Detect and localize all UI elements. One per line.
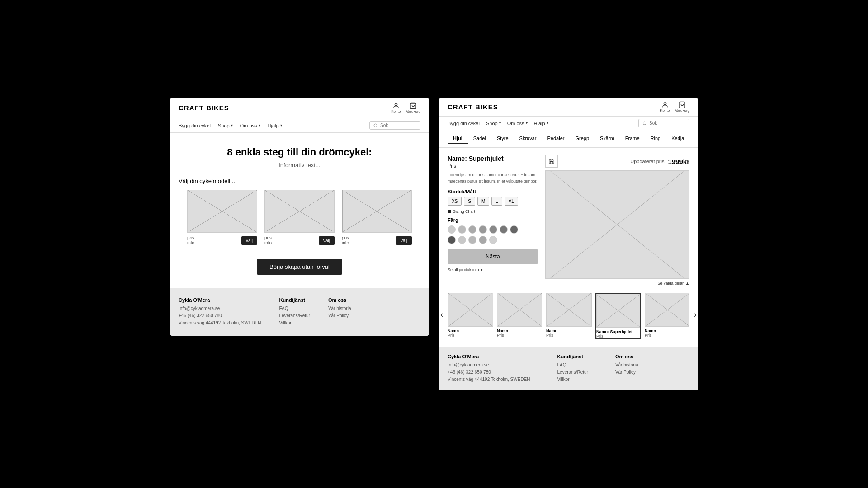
- cat-tab-sadel[interactable]: Sadel: [468, 134, 491, 144]
- konto-icon-item2[interactable]: Konto: [660, 101, 670, 113]
- size-btn-m[interactable]: M: [477, 197, 489, 206]
- color-swatch-2[interactable]: [468, 225, 476, 234]
- carousel-name-3: Namn: Superhjulet: [596, 329, 640, 334]
- carousel-thumb-1: [497, 293, 542, 327]
- size-btn-xs[interactable]: XS: [448, 197, 462, 206]
- main-subtitle1: Informativ text...: [179, 162, 420, 169]
- size-label: Storlek/Mått: [448, 189, 538, 194]
- carousel-item-1[interactable]: NamnPris: [497, 293, 542, 339]
- nav2-omoss[interactable]: Om oss▾: [507, 121, 528, 126]
- user-icon2: [661, 101, 669, 108]
- footer2-villkor[interactable]: Villkor: [557, 376, 588, 383]
- search-icon2: [642, 121, 647, 126]
- save-icon-box[interactable]: [545, 155, 558, 168]
- color-swatch-11[interactable]: [489, 236, 497, 244]
- product-price-label: Pris: [448, 163, 538, 169]
- footer2-policy[interactable]: Vår Policy: [615, 369, 638, 376]
- see-all-link[interactable]: Se all produktinfo ▾: [448, 267, 538, 272]
- search-box2[interactable]: [638, 119, 689, 127]
- cat-tab-styre[interactable]: Styre: [491, 134, 514, 144]
- carousel-next[interactable]: ›: [694, 310, 697, 319]
- cat-tab-ring[interactable]: Ring: [645, 134, 666, 144]
- carousel-name-4: Namn: [645, 328, 689, 333]
- footer2-historia[interactable]: Vår historia: [615, 361, 638, 369]
- color-swatch-10[interactable]: [479, 236, 487, 244]
- next-button[interactable]: Nästa: [448, 249, 538, 264]
- carousel-thumb-4: [645, 293, 689, 327]
- color-swatch-3[interactable]: [479, 225, 487, 234]
- footer2-faq[interactable]: FAQ: [557, 361, 588, 369]
- color-swatch-5[interactable]: [500, 225, 508, 234]
- cat-tab-grepp[interactable]: Grepp: [570, 134, 594, 144]
- color-swatch-6[interactable]: [510, 225, 518, 234]
- size-btn-s[interactable]: S: [464, 197, 475, 206]
- konto-label2: Konto: [660, 108, 670, 113]
- start-button[interactable]: Börja skapa utan förval: [257, 259, 342, 275]
- color-swatch-1[interactable]: [458, 225, 466, 234]
- sizing-chart-text: Sizing Chart: [453, 209, 475, 214]
- carousel-item-3[interactable]: Namn: SuperhjuletPris: [595, 293, 641, 339]
- footer-faq1[interactable]: FAQ: [279, 305, 310, 312]
- nav2-bygg[interactable]: Bygg din cykel: [448, 121, 480, 126]
- varukorg-icon-item2[interactable]: Varukorg: [675, 101, 689, 113]
- card-text-3: pris info: [342, 235, 349, 245]
- shop-chevron: ▾: [231, 123, 233, 127]
- footer-leverans1[interactable]: Leverans/Retur: [279, 312, 310, 319]
- cat-tab-pedaler[interactable]: Pedaler: [542, 134, 570, 144]
- size-btn-l[interactable]: L: [491, 197, 502, 206]
- footer-policy1[interactable]: Vår Policy: [328, 312, 351, 319]
- nav-item-shop[interactable]: Shop▾: [218, 123, 233, 128]
- carousel-item-2[interactable]: NamnPris: [546, 293, 592, 339]
- search-input1[interactable]: [380, 123, 416, 128]
- footer-col1: Cykla O'Mera Info@cyklaomera.se +46 (46)…: [179, 297, 261, 327]
- search-input2[interactable]: [649, 121, 685, 126]
- cat-tab-skruvar[interactable]: Skruvar: [514, 134, 542, 144]
- nav2-hjalp[interactable]: Hjälp▾: [534, 121, 548, 126]
- header-icons1: Konto Varukorg: [391, 102, 420, 113]
- footer-address1: Vincents väg 444192 Tokholm, SWEDEN: [179, 319, 261, 327]
- konto-icon-item[interactable]: Konto: [391, 102, 401, 113]
- search-box1[interactable]: [369, 121, 420, 130]
- cat-tab-hjul[interactable]: Hjul: [448, 134, 468, 144]
- color-swatch-4[interactable]: [489, 225, 497, 234]
- card-info-2: pris info välj: [264, 235, 335, 245]
- varukorg-icon-item[interactable]: Varukorg: [406, 102, 420, 113]
- carousel-item-4[interactable]: NamnPris: [645, 293, 689, 339]
- size-options: XSSMLXL: [448, 197, 538, 206]
- logo1: CRAFT BIKES: [179, 104, 229, 112]
- footer2-leverans[interactable]: Leverans/Retur: [557, 369, 588, 376]
- size-btn-xl[interactable]: XL: [505, 197, 518, 206]
- card-btn-2[interactable]: välj: [319, 236, 335, 245]
- nav-item-omoss[interactable]: Om oss▾: [240, 123, 260, 128]
- color-swatch-7[interactable]: [448, 236, 456, 244]
- product-placeholder-svg: [546, 171, 689, 278]
- nav2-shop[interactable]: Shop▾: [486, 121, 501, 126]
- footer-villkor1[interactable]: Villkor: [279, 319, 310, 327]
- sizing-chart-link[interactable]: Sizing Chart: [448, 209, 538, 214]
- cat-tab-frame[interactable]: Frame: [620, 134, 645, 144]
- nav-item-bygg[interactable]: Bygg din cykel: [179, 123, 211, 128]
- color-swatch-0[interactable]: [448, 225, 456, 234]
- carousel-item-0[interactable]: NamnPris: [448, 293, 493, 339]
- price-area: Uppdaterat pris 1999kr: [630, 158, 689, 165]
- card-btn-1[interactable]: välj: [241, 236, 257, 245]
- cat-tab-skärm[interactable]: Skärm: [594, 134, 620, 144]
- dot-icon: [448, 210, 451, 213]
- product-desc: Lorem ipsum dolor sit amet consectetur. …: [448, 172, 538, 184]
- footer2-phone: +46 (46) 322 650 780: [448, 369, 530, 376]
- shop2-chevron: ▾: [499, 121, 501, 125]
- color-swatch-8[interactable]: [458, 236, 466, 244]
- nav-item-hjalp[interactable]: Hjälp▾: [268, 123, 282, 128]
- color-swatch-9[interactable]: [468, 236, 476, 244]
- card-btn-3[interactable]: välj: [396, 236, 412, 245]
- footer-title1: Cykla O'Mera: [179, 297, 261, 303]
- svg-point-0: [395, 103, 397, 106]
- cat-tab-kedja[interactable]: Kedja: [666, 134, 689, 144]
- color-label: Färg: [448, 217, 538, 223]
- see-selected-link[interactable]: Se valda delar ▲: [545, 281, 689, 286]
- footer2-col1: Cykla O'Mera Info@cyklaomera.se +46 (46)…: [448, 354, 530, 383]
- header2: CRAFT BIKES Konto Varukorg: [439, 98, 698, 117]
- see-selected-chevron: ▲: [685, 281, 689, 286]
- carousel-prev[interactable]: ‹: [440, 310, 443, 319]
- footer-historia1[interactable]: Vår historia: [328, 305, 351, 312]
